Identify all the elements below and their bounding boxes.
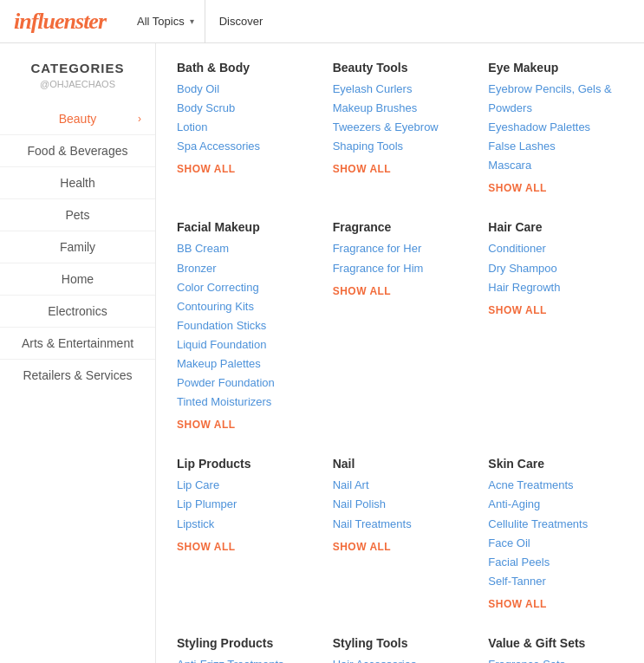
category-title-lip-products: Lip Products bbox=[177, 457, 315, 471]
category-title-skin-care: Skin Care bbox=[488, 457, 627, 471]
category-link[interactable]: Tinted Moisturizers bbox=[177, 393, 315, 412]
category-link[interactable]: Lip Plumper bbox=[177, 495, 315, 514]
show-all-hair-care[interactable]: SHOW ALL bbox=[488, 304, 547, 316]
category-link[interactable]: Powder Foundation bbox=[177, 374, 315, 393]
sidebar-username: @OHJAECHAOS bbox=[0, 79, 155, 89]
category-block-facial-makeup: Facial MakeupBB CreamBronzerColor Correc… bbox=[177, 220, 315, 431]
category-link[interactable]: Lipstick bbox=[177, 515, 315, 534]
category-title-bath-body: Bath & Body bbox=[177, 61, 315, 75]
category-link[interactable]: Self-Tanner bbox=[488, 572, 627, 591]
sidebar-item-pets[interactable]: Pets bbox=[0, 198, 155, 231]
category-link[interactable]: Lotion bbox=[177, 118, 315, 137]
category-link[interactable]: Face Oil bbox=[488, 534, 627, 553]
main-layout: CATEGORIES @OHJAECHAOS Beauty › Food & B… bbox=[0, 43, 644, 663]
category-link[interactable]: Nail Treatments bbox=[333, 515, 472, 534]
category-block-beauty-tools: Beauty ToolsEyelash CurlersMakeup Brushe… bbox=[333, 61, 472, 194]
sidebar-item-arts---entertainment[interactable]: Arts & Entertainment bbox=[0, 327, 155, 359]
category-title-styling-tools: Styling Tools bbox=[333, 636, 472, 650]
sidebar-item-family[interactable]: Family bbox=[0, 231, 155, 263]
category-block-fragrance: FragranceFragrance for HerFragrance for … bbox=[333, 220, 472, 431]
category-title-fragrance: Fragrance bbox=[333, 220, 472, 234]
category-title-facial-makeup: Facial Makeup bbox=[177, 220, 315, 234]
sidebar-item-beauty[interactable]: Beauty › bbox=[0, 103, 155, 134]
category-link[interactable]: Lip Care bbox=[177, 476, 315, 495]
sidebar-item-retailers---services[interactable]: Retailers & Services bbox=[0, 359, 155, 391]
category-link[interactable]: Anti-Aging bbox=[488, 495, 627, 514]
sidebar-item-home[interactable]: Home bbox=[0, 263, 155, 295]
category-block-bath-body: Bath & BodyBody OilBody ScrubLotionSpa A… bbox=[177, 61, 315, 194]
category-block-hair-care: Hair CareConditionerDry ShampooHair Regr… bbox=[488, 220, 627, 431]
category-block-eye-makeup: Eye MakeupEyebrow Pencils, Gels & Powder… bbox=[488, 61, 627, 194]
category-link[interactable]: False Lashes bbox=[488, 137, 627, 156]
show-all-fragrance[interactable]: SHOW ALL bbox=[333, 285, 392, 297]
category-link[interactable]: BB Cream bbox=[177, 239, 315, 258]
show-all-nail[interactable]: SHOW ALL bbox=[333, 541, 392, 553]
sidebar-active-label: Beauty bbox=[59, 112, 97, 126]
category-link[interactable]: Tweezers & Eyebrow Shaping Tools bbox=[333, 118, 472, 156]
category-link[interactable]: Facial Peels bbox=[488, 553, 627, 572]
header: influenster All Topics ▾ Discover bbox=[0, 0, 644, 43]
category-link[interactable]: Hair Regrowth bbox=[488, 278, 627, 297]
category-block-value-gift-sets: Value & Gift SetsFragrance SetsMakeup Se… bbox=[488, 636, 627, 663]
category-link[interactable]: Eyebrow Pencils, Gels & Powders bbox=[488, 80, 627, 118]
sidebar-items: Food & BeveragesHealthPetsFamilyHomeElec… bbox=[0, 134, 155, 391]
category-link[interactable]: Conditioner bbox=[488, 239, 627, 258]
category-link[interactable]: Hair Accessories bbox=[333, 655, 472, 663]
sidebar-item-health[interactable]: Health bbox=[0, 166, 155, 198]
show-all-skin-care[interactable]: SHOW ALL bbox=[488, 598, 547, 610]
category-link[interactable]: Acne Treatments bbox=[488, 476, 627, 495]
discover-link[interactable]: Discover bbox=[205, 0, 277, 43]
chevron-right-icon: › bbox=[138, 113, 141, 125]
show-all-facial-makeup[interactable]: SHOW ALL bbox=[177, 419, 236, 431]
chevron-down-icon: ▾ bbox=[190, 16, 194, 26]
all-topics-label: All Topics bbox=[137, 15, 185, 28]
category-link[interactable]: Fragrance for Her bbox=[333, 239, 472, 258]
content-area: Bath & BodyBody OilBody ScrubLotionSpa A… bbox=[156, 43, 644, 663]
categories-grid: Bath & BodyBody OilBody ScrubLotionSpa A… bbox=[177, 61, 627, 663]
category-link[interactable]: Spa Accessories bbox=[177, 137, 315, 156]
category-link[interactable]: Body Oil bbox=[177, 80, 315, 99]
category-link[interactable]: Color Correcting bbox=[177, 278, 315, 297]
logo[interactable]: influenster bbox=[14, 9, 106, 35]
sidebar-item-food---beverages[interactable]: Food & Beverages bbox=[0, 134, 155, 166]
header-nav: All Topics ▾ Discover bbox=[127, 0, 276, 43]
category-link[interactable]: Makeup Brushes bbox=[333, 99, 472, 118]
category-title-hair-care: Hair Care bbox=[488, 220, 627, 234]
show-all-bath-body[interactable]: SHOW ALL bbox=[177, 163, 236, 175]
category-title-eye-makeup: Eye Makeup bbox=[488, 61, 627, 75]
category-link[interactable]: Liquid Foundation bbox=[177, 335, 315, 354]
category-link[interactable]: Nail Polish bbox=[333, 495, 472, 514]
category-link[interactable]: Body Scrub bbox=[177, 99, 315, 118]
category-link[interactable]: Dry Shampoo bbox=[488, 259, 627, 278]
category-link[interactable]: Makeup Palettes bbox=[177, 354, 315, 374]
category-link[interactable]: Nail Art bbox=[333, 476, 472, 495]
sidebar-item-electronics[interactable]: Electronics bbox=[0, 295, 155, 327]
category-link[interactable]: Anti-Frizz Treatments bbox=[177, 655, 315, 663]
category-link[interactable]: Mascara bbox=[488, 156, 627, 175]
category-link[interactable]: Contouring Kits bbox=[177, 297, 315, 316]
sidebar: CATEGORIES @OHJAECHAOS Beauty › Food & B… bbox=[0, 43, 156, 663]
category-title-value-gift-sets: Value & Gift Sets bbox=[488, 636, 627, 650]
category-link[interactable]: Eyeshadow Palettes bbox=[488, 118, 627, 137]
show-all-eye-makeup[interactable]: SHOW ALL bbox=[488, 182, 547, 194]
category-link[interactable]: Bronzer bbox=[177, 259, 315, 278]
show-all-lip-products[interactable]: SHOW ALL bbox=[177, 541, 236, 553]
category-block-styling-tools: Styling ToolsHair AccessoriesHairbrushes… bbox=[333, 636, 472, 663]
category-title-nail: Nail bbox=[333, 457, 472, 471]
sidebar-title: CATEGORIES bbox=[0, 61, 155, 75]
category-block-skin-care: Skin CareAcne TreatmentsAnti-AgingCellul… bbox=[488, 457, 627, 610]
category-block-nail: NailNail ArtNail PolishNail TreatmentsSH… bbox=[333, 457, 472, 610]
show-all-beauty-tools[interactable]: SHOW ALL bbox=[333, 163, 392, 175]
category-link[interactable]: Eyelash Curlers bbox=[333, 80, 472, 99]
all-topics-button[interactable]: All Topics ▾ bbox=[127, 0, 205, 43]
category-block-lip-products: Lip ProductsLip CareLip PlumperLipstickS… bbox=[177, 457, 315, 610]
category-link[interactable]: Cellulite Treatments bbox=[488, 515, 627, 534]
category-link[interactable]: Fragrance for Him bbox=[333, 259, 472, 278]
category-title-styling-products: Styling Products bbox=[177, 636, 315, 650]
category-block-styling-products: Styling ProductsAnti-Frizz TreatmentsCur… bbox=[177, 636, 315, 663]
category-link[interactable]: Foundation Sticks bbox=[177, 316, 315, 335]
category-link[interactable]: Fragrance Sets bbox=[488, 655, 627, 663]
category-title-beauty-tools: Beauty Tools bbox=[333, 61, 472, 75]
